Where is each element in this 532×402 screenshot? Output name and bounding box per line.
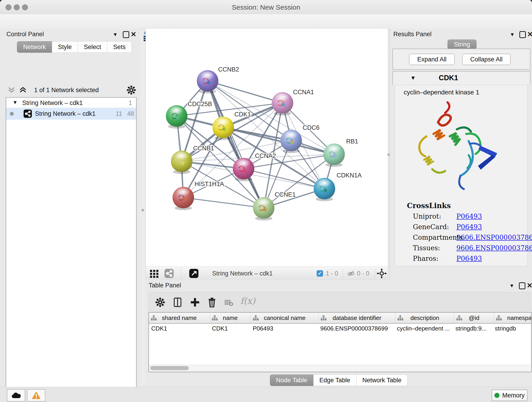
collection-count: 1 — [128, 99, 132, 107]
node-label-hist1h1a: HIST1H1A — [195, 181, 224, 187]
scrollbar-thumb[interactable] — [150, 366, 189, 370]
column-header[interactable]: database identifier — [319, 313, 395, 323]
network-node-rb1[interactable]: RB1 — [323, 138, 358, 167]
network-row-selected[interactable]: String Network – cdk1 11 48 — [6, 108, 136, 120]
tab-node-table[interactable]: Node Table — [270, 375, 313, 386]
cell-database-identifier[interactable]: 9606.ENSP00000378699 — [318, 324, 394, 333]
crosslink-genecard-link[interactable]: P06493 — [456, 223, 482, 231]
results-buttons-box: Expand All Collapse All — [393, 49, 530, 70]
node-label-ccne1: CCNE1 — [275, 191, 296, 198]
collection-expand-icon[interactable]: ▼ — [13, 99, 18, 105]
crosslink-label: Tissues: — [413, 244, 440, 252]
network-view-toolbar: String Network – cdk1 ✓ 1 - 0 0 - 0 — [146, 267, 388, 281]
network-node-count: 11 — [116, 110, 122, 117]
collapse-all-icon[interactable] — [7, 86, 16, 95]
network-selected-status: 1 of 1 Network selected — [27, 87, 105, 94]
control-panel-menu-icon[interactable]: ▼ — [113, 32, 118, 38]
left-splitter-handle[interactable] — [141, 209, 144, 211]
fit-content-crosshair-icon[interactable] — [377, 268, 387, 279]
results-panel-close-icon[interactable]: ✕ — [527, 30, 532, 38]
network-graph[interactable]: CCNB2CCNA1CDC25BCDK1CDC6RB1CCNB1CCNA2CDK… — [146, 29, 388, 267]
tab-style[interactable]: Style — [52, 41, 78, 53]
crosslink-uniprot-link[interactable]: P06493 — [456, 212, 482, 220]
tab-edge-table[interactable]: Edge Table — [313, 375, 356, 386]
column-header[interactable]: canonical name — [251, 313, 319, 323]
network-node-ccna1[interactable]: CCNA1 — [272, 89, 314, 115]
table-gear-icon[interactable] — [155, 297, 165, 307]
window-title: Session: New Session — [0, 3, 532, 11]
expand-all-button[interactable]: Expand All — [409, 54, 455, 65]
control-panel-tabs: Network Style Select Sets — [17, 41, 132, 53]
expand-all-icon[interactable] — [19, 86, 27, 95]
string-network-icon — [24, 109, 32, 118]
table-panel-close-icon[interactable]: ✕ — [527, 281, 532, 289]
horizontal-scrollbar[interactable] — [149, 365, 530, 372]
cell-canonical-name[interactable]: P06493 — [250, 324, 318, 333]
selected-nodes-checkbox[interactable]: ✓ — [317, 270, 323, 277]
cell-namespace[interactable]: stringdb — [493, 324, 532, 333]
crosslinks-title: CrossLinks — [407, 201, 451, 210]
network-node-ccne1[interactable]: CCNE1 — [253, 191, 296, 220]
control-panel-float-icon[interactable] — [123, 31, 129, 38]
column-header[interactable]: name — [210, 313, 251, 323]
network-collection-row[interactable]: ▼ String Network – cdk1 1 — [6, 99, 136, 109]
crosslink-tissues-link[interactable]: 9606.ENSP00000378699 — [456, 244, 532, 252]
status-bar: Memory — [0, 387, 532, 402]
network-node-cdkn1a[interactable]: CDKN1A — [314, 172, 362, 201]
delete-column-trash-icon[interactable] — [207, 297, 217, 307]
collapse-all-button[interactable]: Collapse All — [462, 54, 511, 65]
entry-gene-name: CDK1 — [439, 74, 458, 82]
crosslink-pharos-link[interactable]: P06493 — [456, 255, 482, 262]
tab-network-table[interactable]: Network Table — [356, 375, 408, 386]
table-panel-float-icon[interactable] — [519, 282, 525, 289]
result-entry-body: cyclin–dependent kinase 1 — [395, 85, 528, 266]
crosslink-label: GeneCard: — [413, 223, 449, 231]
share-view-icon[interactable] — [165, 269, 174, 278]
crosslink-compartments-link[interactable]: 9606.ENSP00000378699 — [456, 234, 532, 241]
column-header[interactable]: description — [395, 313, 454, 323]
cell-name[interactable]: CDK1 — [210, 324, 250, 333]
warning-icon — [32, 391, 41, 400]
cell-description[interactable]: cyclin–dependent ... — [394, 324, 453, 333]
results-panel-menu-icon[interactable]: ▼ — [510, 32, 515, 38]
cloud-button[interactable] — [7, 389, 25, 402]
application-window: Session: New Session — [0, 0, 532, 402]
show-columns-icon[interactable] — [172, 297, 183, 307]
cell-id[interactable]: stringdb:9... — [453, 324, 493, 333]
grid-view-icon[interactable] — [149, 269, 159, 279]
main-toolbar: ? — [0, 14, 532, 29]
network-node-ccnb2[interactable]: CCNB2 — [197, 66, 239, 94]
node-label-ccna2: CCNA2 — [255, 153, 276, 159]
results-panel: Results Panel ▼ ✕ String Expand All Coll… — [389, 29, 532, 280]
network-node-hist1h1a[interactable]: HIST1H1A — [172, 181, 224, 210]
column-header[interactable]: @id — [454, 313, 494, 323]
table-row[interactable]: CDK1 CDK1 P06493 9606.ENSP00000378699 cy… — [149, 324, 532, 333]
function-builder-icon: f(x) — [240, 296, 255, 306]
node-label-ccnb2: CCNB2 — [218, 66, 239, 73]
tab-select[interactable]: Select — [78, 41, 107, 53]
node-label-ccnb1: CCNB1 — [193, 145, 214, 152]
result-entry-header[interactable]: ▼ CDK1 — [393, 71, 530, 85]
memory-button[interactable]: Memory — [492, 390, 527, 401]
cell-shared-name[interactable]: CDK1 — [149, 324, 210, 333]
control-panel-title: Control Panel — [6, 31, 44, 38]
network-view-canvas[interactable]: CCNB2CCNA1CDC25BCDK1CDC6RB1CCNB1CCNA2CDK… — [146, 29, 388, 267]
tab-sets[interactable]: Sets — [107, 41, 132, 53]
tab-string[interactable]: String — [447, 39, 476, 50]
column-header[interactable]: shared name — [149, 313, 210, 323]
entry-collapse-icon[interactable]: ▼ — [410, 75, 416, 81]
results-panel-float-icon[interactable] — [519, 31, 526, 38]
tab-network[interactable]: Network — [17, 41, 52, 53]
network-edge-count: 48 — [127, 110, 134, 117]
warnings-button[interactable] — [27, 389, 45, 402]
control-panel-close-icon[interactable]: ✕ — [131, 30, 136, 38]
protein-structure-image — [409, 99, 505, 197]
column-header[interactable]: namespace — [494, 313, 532, 323]
add-column-icon[interactable] — [190, 297, 200, 307]
table-header-row: shared name name canonical name database… — [149, 313, 532, 324]
toolbar-divider — [181, 269, 181, 279]
open-in-new-window-icon[interactable] — [189, 269, 198, 278]
gear-icon[interactable] — [127, 85, 136, 95]
network-label: String Network – cdk1 — [35, 110, 95, 117]
table-panel-menu-icon[interactable]: ▼ — [509, 283, 514, 289]
